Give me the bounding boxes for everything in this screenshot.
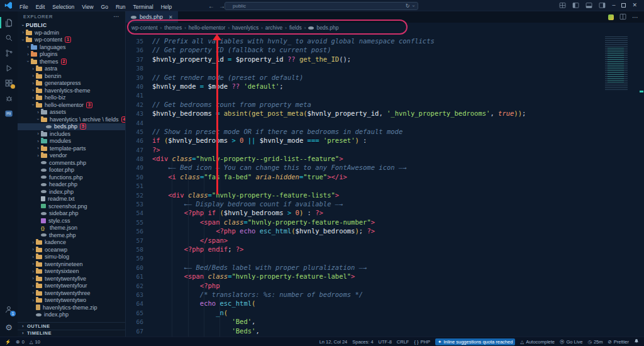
line-number[interactable]: 59 (126, 254, 143, 263)
dropdown-chevron-icon[interactable]: › (411, 5, 416, 7)
code-line-45[interactable]: 45// Show in preset mode OR if there are… (126, 127, 644, 136)
tree-item-benzin[interactable]: ›benzin (18, 72, 125, 80)
tree-item-footer-php[interactable]: footer.php (18, 167, 125, 174)
tree-item-plugins[interactable]: ›plugins (18, 51, 125, 59)
line-number[interactable]: 48 (126, 155, 143, 164)
line-number[interactable]: 37 (126, 55, 143, 64)
extension-action-icon[interactable] (608, 14, 614, 20)
tree-item-comments-php[interactable]: comments.php (18, 159, 125, 167)
line-number[interactable]: 57 (126, 237, 143, 245)
tree-item-twentytwentythree[interactable]: ›twentytwentythree (18, 289, 125, 297)
code-line-42[interactable]: 42// Get bedrooms count from property me… (126, 100, 644, 109)
tree-item-twentynineteen[interactable]: ›twentynineteen (18, 260, 125, 268)
status-0[interactable]: ⊗0 (16, 339, 24, 345)
layout-grid-icon[interactable] (559, 2, 566, 9)
code-line-44[interactable]: 44 (126, 118, 644, 127)
line-number[interactable]: 44 (126, 119, 143, 128)
tree-item-functions-php[interactable]: functions.php (18, 174, 125, 181)
tree-item-includes[interactable]: ›includes (18, 130, 125, 138)
status-spaces-4[interactable]: Spaces: 4 (352, 339, 373, 345)
tree-item-oceanwp[interactable]: ›oceanwp (18, 246, 125, 254)
run-debug-icon[interactable] (0, 60, 18, 75)
tree-item-hello-biz[interactable]: ›hello-biz (18, 94, 125, 102)
source-control-icon[interactable] (0, 45, 18, 60)
code-line-39[interactable]: 39// Get render mode (preset or default) (126, 73, 644, 82)
status-php[interactable]: { }PHP (414, 339, 430, 345)
menu-terminal[interactable]: Terminal (130, 4, 157, 10)
toggle-sidebar-icon[interactable] (572, 2, 579, 9)
maximize-restore-icon[interactable] (621, 3, 626, 8)
status-utf-8[interactable]: UTF-8 (379, 339, 392, 345)
tree-item-twentysixteen[interactable]: ›twentysixteen (18, 268, 125, 276)
explorer-icon[interactable] (0, 15, 18, 30)
tree-item-index-php[interactable]: index.php (18, 311, 125, 319)
tree-item-twentytwentytwo[interactable]: ›twentytwentytwo (18, 297, 125, 304)
line-number[interactable]: 42 (126, 101, 143, 109)
code-line-43[interactable]: 43$hvnly_bedrooms = absint(get_post_meta… (126, 109, 644, 118)
tree-item-style-css[interactable]: style.css (18, 217, 125, 225)
tree-item-beds-php[interactable]: beds.php5 (18, 123, 125, 131)
bug-extension-icon[interactable] (0, 91, 18, 106)
code-line-35[interactable]: 35// Prefix all variables with hvnly_ to… (126, 36, 644, 45)
line-number[interactable]: 43 (126, 109, 143, 118)
menu-edit[interactable]: Edit (32, 4, 49, 10)
line-number[interactable]: 45 (126, 128, 143, 137)
tree-item-theme-json[interactable]: {}theme.json (18, 225, 125, 232)
status-bell-icon[interactable] (634, 338, 639, 345)
line-number[interactable]: 49 (126, 164, 143, 172)
tree-item-astra[interactable]: ›astra (18, 65, 125, 73)
menu-view[interactable]: View (78, 4, 97, 10)
code-line-46[interactable]: 46if ($hvnly_bedrooms > 0 || $hvnly_mode… (126, 136, 644, 145)
line-number[interactable]: 35 (126, 37, 143, 46)
tree-item-hello-elementor[interactable]: ›hello-elementor3 (18, 101, 125, 109)
minimap[interactable] (605, 36, 636, 91)
line-number[interactable]: 64 (126, 299, 143, 308)
line-number[interactable]: 46 (126, 137, 143, 145)
tree-item-twentytwentyfour[interactable]: ›twentytwentyfour (18, 282, 125, 290)
menu-selection[interactable]: Selection (48, 4, 78, 10)
minimize-icon[interactable]: – (612, 3, 615, 8)
custom-extension-icon[interactable] (0, 106, 18, 121)
tree-item-havenlytics-archive-fields[interactable]: ›havenlytics \ archive \ fields4 (18, 116, 125, 123)
line-number[interactable]: 39 (126, 74, 143, 82)
tree-item-theme-php[interactable]: theme.php (18, 232, 125, 239)
code-line-37[interactable]: 37$hvnly_property_id = $property_id ?? g… (126, 55, 644, 64)
tree-item-languages[interactable]: ›languages (18, 43, 125, 51)
line-number[interactable]: 47 (126, 146, 143, 155)
back-icon[interactable]: ← (208, 3, 214, 9)
editor-more-actions-icon[interactable]: ⋯ (632, 14, 638, 21)
status-ln-12-col-24[interactable]: Ln 12, Col 24 (319, 339, 348, 345)
status-crlf[interactable]: CRLF (397, 339, 409, 345)
toggle-secondary-sidebar-icon[interactable] (599, 2, 606, 9)
line-number[interactable]: 58 (126, 245, 143, 254)
tree-item-readme-txt[interactable]: readme.txt (18, 196, 125, 203)
menu-run[interactable]: Run (112, 4, 130, 10)
tree-item-simu-blog[interactable]: ›simu-blog (18, 254, 125, 261)
line-number[interactable]: 55 (126, 218, 143, 227)
line-number[interactable]: 36 (126, 46, 143, 55)
tree-item-kadence[interactable]: ›kadence (18, 239, 125, 247)
status-25m[interactable]: ◷25m (587, 339, 602, 345)
more-actions-icon[interactable]: ⋯ (113, 13, 119, 20)
tree-item-themes[interactable]: ›themes2 (18, 58, 125, 65)
search-icon[interactable] (0, 30, 18, 45)
refresh-icon[interactable]: ↻ (406, 3, 410, 9)
line-number[interactable]: 60 (126, 264, 143, 272)
tree-item-vendor[interactable]: ›vendor (18, 152, 125, 160)
tree-item-header-php[interactable]: header.php (18, 181, 125, 189)
status-autocomplete[interactable]: △Autocomplete (520, 339, 555, 345)
status-thunder-icon[interactable]: ⚡ (5, 339, 11, 345)
code-line-38[interactable]: 38 (126, 64, 644, 72)
line-number[interactable]: 67 (126, 327, 143, 336)
line-number[interactable]: 38 (126, 64, 143, 73)
code-line-36[interactable]: 36// Get property ID (fallback to curren… (126, 45, 644, 54)
tree-item-index-php[interactable]: index.php (18, 188, 125, 196)
extensions-icon[interactable] (0, 75, 18, 91)
tree-item-screenshot-png[interactable]: screenshot.png (18, 203, 125, 210)
command-center[interactable]: public ↻ › (225, 2, 418, 10)
tree-item-havenlytics-theme[interactable]: ›havenlytics-theme (18, 87, 125, 94)
line-number[interactable]: 40 (126, 82, 143, 91)
line-number[interactable]: 61 (126, 272, 143, 281)
tree-item-modules[interactable]: ›modules (18, 138, 125, 145)
line-number[interactable]: 56 (126, 227, 143, 236)
